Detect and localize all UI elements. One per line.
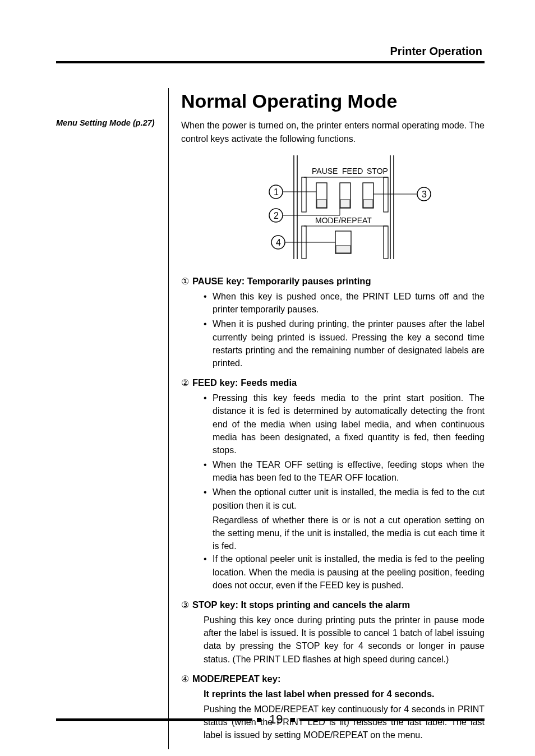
- feed-bullet-4: If the optional peeler unit is installed…: [204, 552, 485, 592]
- circled-four: ④: [181, 674, 189, 684]
- diagram-label-pause: PAUSE: [312, 167, 338, 176]
- feed-key-title: FEED key: Feeds media: [192, 377, 297, 388]
- diagram-label-mode-repeat: MODE/REPEAT: [315, 216, 372, 225]
- footer-bar-right: [299, 718, 485, 721]
- control-panel-diagram: PAUSE FEED STOP 1 2: [181, 154, 485, 262]
- svg-rect-5: [302, 177, 306, 212]
- section-pause: ① PAUSE key: Temporarily pauses printing…: [181, 276, 485, 370]
- pause-bullet-1: When this key is pushed once, the PRINT …: [204, 290, 485, 316]
- section-stop: ③ STOP key: It stops printing and cancel…: [181, 600, 485, 666]
- main-column: Normal Operating Mode When the power is …: [181, 90, 485, 749]
- diagram-callout-1: 1: [274, 187, 279, 197]
- diagram-label-stop: STOP: [367, 167, 388, 176]
- diagram-label-feed: FEED: [342, 167, 363, 176]
- section-feed: ② FEED key: Feeds media Pressing this ke…: [181, 377, 485, 592]
- feed-bullet-1: Pressing this key feeds media to the pri…: [204, 391, 485, 457]
- circled-three: ③: [181, 600, 189, 610]
- footer-bar-left: [56, 718, 252, 721]
- footer-marker-left: [257, 718, 261, 722]
- vertical-divider: [168, 88, 169, 749]
- svg-rect-6: [384, 177, 388, 212]
- feed-bullet-3-continue: Regardless of whether there is or is not…: [204, 514, 485, 553]
- stop-paragraph: Pushing this key once during printing pu…: [204, 614, 485, 666]
- svg-rect-8: [317, 200, 326, 208]
- circled-two: ②: [181, 377, 189, 388]
- mode-subtitle: It reprints the last label when pressed …: [204, 688, 485, 701]
- sidebar: Menu Setting Mode (p.27): [56, 90, 168, 749]
- control-panel-svg: PAUSE FEED STOP 1 2: [215, 154, 451, 260]
- svg-rect-12: [363, 200, 373, 208]
- feed-bullet-3: When the optional cutter unit is install…: [204, 486, 485, 511]
- pause-bullet-2: When it is pushed during printing, the p…: [204, 317, 485, 370]
- svg-rect-22: [384, 226, 388, 259]
- menu-setting-link[interactable]: Menu Setting Mode (p.27): [56, 118, 160, 127]
- diagram-callout-2: 2: [274, 211, 279, 220]
- footer-marker-right: [290, 718, 295, 722]
- svg-rect-24: [336, 246, 350, 253]
- mode-key-title: MODE/REPEAT key:: [192, 674, 280, 684]
- footer: 19: [56, 712, 485, 727]
- diagram-callout-4: 4: [276, 238, 281, 247]
- section-mode-repeat: ④ MODE/REPEAT key: It reprints the last …: [181, 674, 485, 741]
- diagram-callout-3: 3: [422, 190, 427, 199]
- svg-rect-10: [340, 200, 350, 208]
- stop-key-title: STOP key: It stops printing and cancels …: [192, 600, 410, 610]
- page-number: 19: [269, 712, 283, 727]
- header-rule: [56, 61, 485, 63]
- page-title: Normal Operating Mode: [181, 90, 485, 112]
- feed-bullet-2: When the TEAR OFF setting is effective, …: [204, 458, 485, 484]
- pause-key-title: PAUSE key: Temporarily pauses printing: [192, 276, 371, 287]
- header-title: Printer Operation: [56, 45, 485, 58]
- content-row: Menu Setting Mode (p.27) Normal Operatin…: [56, 90, 485, 749]
- intro-paragraph: When the power is turned on, the printer…: [181, 119, 485, 146]
- circled-one: ①: [181, 276, 189, 287]
